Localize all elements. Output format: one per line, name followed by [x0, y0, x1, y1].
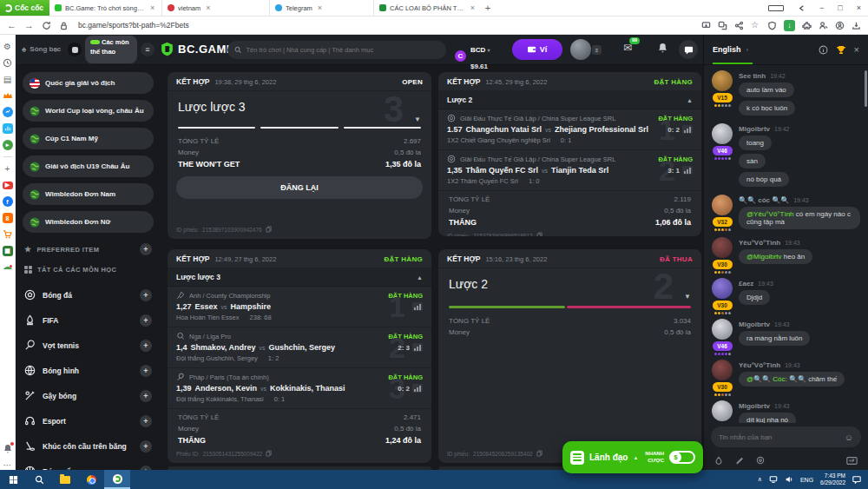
username[interactable]: Migoibrtv	[739, 320, 770, 328]
restore-tab-icon[interactable]	[791, 4, 812, 12]
bcgame-logo[interactable]: BC.GAME	[160, 42, 234, 56]
history-icon[interactable]	[3, 57, 13, 68]
network-icon[interactable]	[769, 475, 778, 484]
stats-chart-icon[interactable]	[412, 302, 423, 311]
avatar[interactable]	[712, 400, 733, 421]
search-input[interactable]	[246, 46, 439, 54]
tab-close-icon[interactable]: ×	[318, 3, 322, 12]
close-button[interactable]: ×	[850, 3, 868, 12]
bet-leg[interactable]: 3 Pháp / Paris (Tòa án chính)ĐẶT HÀNG 1,…	[168, 368, 431, 409]
tab-sports[interactable]: CÁC LOẠI BỘ PHẬN THỂ TH×	[374, 0, 480, 16]
sidebar-sport-basketball[interactable]: Bóng rổ+	[23, 459, 154, 470]
bet-card-open[interactable]: KẾT HỢP19:38, 29 thg 6, 2022OPEN 3Lược l…	[168, 72, 431, 239]
stats-chart-icon[interactable]	[682, 125, 693, 134]
chrome-icon[interactable]	[78, 470, 104, 489]
stats-app-icon[interactable]	[3, 123, 13, 134]
keyboard-language[interactable]: ENG	[800, 477, 813, 483]
chat-language-selector[interactable]: English	[713, 45, 741, 54]
mode-toggle-knob[interactable]	[68, 43, 82, 56]
rail-more-icon[interactable]: ⋯	[3, 459, 13, 470]
person-edit-icon[interactable]	[819, 21, 828, 30]
mention[interactable]: @🔍🔍 Cóc: 🔍🔍	[746, 375, 808, 383]
stats-chart-icon[interactable]	[682, 166, 693, 175]
forward-button[interactable]: →	[24, 21, 34, 30]
profile-avatar-icon[interactable]	[835, 21, 845, 30]
mention[interactable]: @Yêu°Vô°Tình	[746, 210, 796, 218]
sidebar-sport-tennis[interactable]: Vợt tennis+	[23, 333, 154, 358]
add-shortcut-icon[interactable]: +	[3, 163, 13, 174]
shield-icon[interactable]	[767, 21, 777, 30]
back-button[interactable]: ←	[7, 21, 16, 30]
casino-toggle[interactable]: ♠Sòng bạc	[22, 44, 61, 54]
tab-telegram[interactable]: Telegram×	[270, 0, 374, 16]
avatar[interactable]	[712, 360, 733, 380]
username[interactable]: See tinh	[739, 72, 766, 80]
sidebar-sport-soccer[interactable]: Bóng đá+	[23, 282, 154, 307]
sidebar-sport-bong-hinh[interactable]: Bóng hình+	[23, 358, 154, 383]
tab-close-icon[interactable]: ×	[206, 3, 210, 12]
cart-icon[interactable]	[3, 229, 13, 240]
start-button[interactable]	[0, 470, 26, 489]
collapse-caret-icon[interactable]: ▲	[687, 97, 693, 103]
sidebar-league-item[interactable]: Cúp C1 Nam Mỹ	[23, 128, 154, 149]
avatar[interactable]	[712, 237, 733, 258]
add-preferred-button[interactable]: +	[140, 243, 152, 255]
reload-button[interactable]	[42, 21, 51, 30]
file-explorer-icon[interactable]	[52, 470, 78, 489]
bet-leg[interactable]: 1 Giải Đấu Thực Tế Giả Lập / China Super…	[438, 109, 701, 150]
settings-gear-icon[interactable]: ⚙	[3, 41, 13, 51]
username[interactable]: Migoibrtv	[739, 402, 770, 410]
emoji-icon[interactable]: ☺	[845, 433, 853, 442]
lock-icon[interactable]	[59, 21, 69, 30]
chat-scrollbar[interactable]	[865, 70, 867, 107]
save-page-icon[interactable]	[701, 21, 711, 30]
games-icon[interactable]: ▸	[3, 140, 13, 150]
tab-close-icon[interactable]: ×	[150, 3, 155, 12]
rewards-crown-icon[interactable]	[3, 90, 13, 101]
chat-toggle-button[interactable]	[679, 40, 698, 59]
bet-card-placed-2[interactable]: KẾT HỢP12:49, 27 thg 6, 2022ĐẶT HÀNG Lượ…	[168, 249, 431, 463]
youtube-icon[interactable]: ▶	[3, 180, 13, 190]
expand-sport-button[interactable]: +	[140, 390, 152, 402]
translate-icon[interactable]	[718, 21, 727, 30]
pen-icon[interactable]	[735, 456, 744, 465]
game-search[interactable]	[227, 41, 446, 59]
copy-icon[interactable]	[266, 226, 272, 233]
extensions-icon[interactable]	[802, 21, 812, 30]
sidebar-sport-icehockey[interactable]: Khúc côn cầu trên băng+	[23, 433, 154, 459]
username[interactable]: Yêu°Vô°Tình	[739, 361, 780, 369]
bet-leg[interactable]: 1 Anh / County ChampionshipĐẶT HÀNG 1,27…	[168, 287, 431, 327]
bet-leg[interactable]: 2 Nga / Liga ProĐẶT HÀNG 1,4Shmakov, And…	[168, 327, 431, 368]
expand-sport-button[interactable]: +	[140, 289, 152, 301]
clock[interactable]: 7:43 PM6/29/2022	[820, 472, 845, 487]
stats-chart-icon[interactable]	[412, 343, 423, 352]
stats-chart-icon[interactable]	[412, 384, 423, 393]
coccoc-taskbar-icon[interactable]	[104, 470, 130, 489]
bet-card-lost[interactable]: KẾT HỢP15:16, 23 thg 6, 2022ĐÃ THUA 2Lượ…	[438, 249, 701, 463]
rain-drop-icon[interactable]	[714, 456, 723, 465]
username[interactable]: Migoibrtv	[739, 125, 770, 133]
url-text[interactable]: bc.game/sports?bt-path=%2Fbets	[78, 21, 694, 30]
maximize-button[interactable]: □	[831, 3, 849, 12]
collapse-caret-icon[interactable]: ▲	[417, 274, 423, 281]
sports-mode-tooltip[interactable]: Các mônthể thao	[85, 36, 137, 63]
mail-icon[interactable]: ✉99	[623, 43, 632, 53]
calculator-app-icon[interactable]: ▦	[3, 246, 13, 256]
volume-icon[interactable]	[785, 475, 793, 484]
chat-close-icon[interactable]: ×	[854, 44, 859, 55]
copy-icon[interactable]	[536, 232, 542, 236]
new-tab-button[interactable]: +	[480, 0, 496, 16]
sidebar-league-item[interactable]: Wimbledon Đơn Nữ	[23, 211, 154, 233]
rebet-button[interactable]: ĐĂNG LẠI	[176, 176, 423, 199]
username[interactable]: £aez	[739, 280, 753, 287]
leaf-hat-icon[interactable]	[3, 262, 13, 273]
tray-expand-icon[interactable]: ∧	[758, 476, 762, 483]
expand-sport-button[interactable]: +	[140, 440, 152, 453]
share-icon[interactable]	[734, 21, 744, 30]
messenger-icon[interactable]	[3, 107, 13, 117]
avatar[interactable]	[712, 70, 733, 91]
user-avatar[interactable]	[570, 39, 591, 60]
copy-icon[interactable]	[536, 450, 542, 457]
chat-input[interactable]	[719, 433, 839, 441]
username[interactable]: 🔍🔍 cóc 🔍🔍	[739, 196, 789, 204]
